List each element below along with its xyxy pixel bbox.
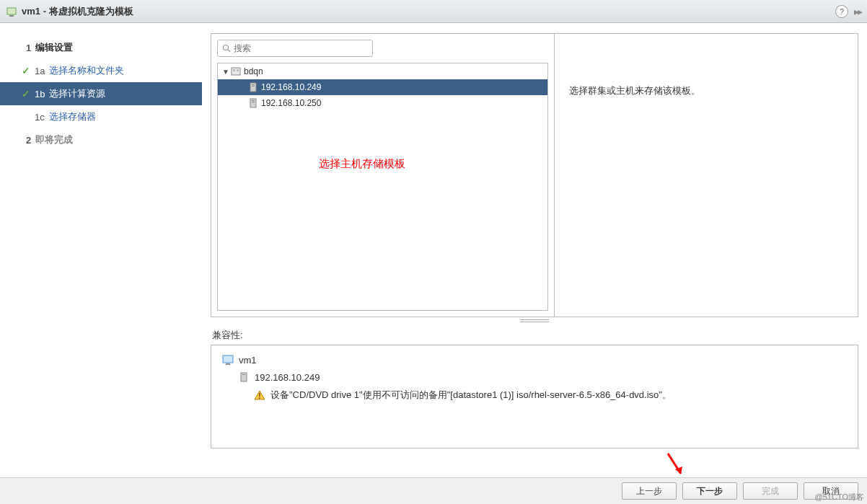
footer-buttons: 上一步 下一步 完成 取消: [0, 477, 867, 504]
svg-rect-9: [252, 86, 255, 87]
tree-host-1[interactable]: 192.168.10.249: [218, 79, 547, 95]
dialog-title: vm1 - 将虚拟机克隆为模板: [22, 5, 835, 18]
vm-icon: [6, 6, 17, 17]
svg-point-2: [224, 45, 229, 50]
compat-warning-row: ! 设备"CD/DVD drive 1"使用不可访问的备用"[datastore…: [221, 389, 848, 402]
wizard-step-1c[interactable]: 1c 选择存储器: [0, 105, 202, 128]
svg-rect-10: [250, 99, 256, 107]
compatibility-label: 兼容性:: [212, 329, 858, 342]
svg-rect-15: [241, 373, 247, 381]
content-area: ▼ bdqn 192.168.10.249: [202, 23, 867, 477]
svg-rect-12: [252, 102, 255, 102]
search-box: [211, 34, 554, 63]
datacenter-icon: [231, 66, 241, 76]
titlebar: vm1 - 将虚拟机克隆为模板 ? ▸▸: [0, 0, 867, 23]
disclosure-icon[interactable]: ▼: [222, 68, 231, 76]
back-button[interactable]: 上一步: [622, 482, 677, 500]
compat-host-name: 192.168.10.249: [255, 372, 320, 383]
host-icon: [248, 82, 258, 92]
search-input[interactable]: [234, 43, 368, 53]
svg-rect-11: [252, 100, 255, 101]
wizard-step-1a[interactable]: ✓ 1a 选择名称和文件夹: [0, 59, 202, 82]
resource-tree: ▼ bdqn 192.168.10.249: [217, 63, 548, 311]
compat-vm-row: vm1: [221, 354, 848, 366]
check-icon: ✓: [22, 88, 33, 100]
svg-rect-16: [242, 374, 245, 375]
svg-rect-1: [9, 15, 14, 17]
wizard-step-1b[interactable]: ✓ 1b 选择计算资源: [0, 82, 202, 105]
svg-rect-7: [250, 83, 256, 92]
tree-datacenter[interactable]: ▼ bdqn: [218, 63, 547, 79]
help-icon[interactable]: ?: [835, 5, 848, 18]
main-content: 1编辑设置 ✓ 1a 选择名称和文件夹 ✓ 1b 选择计算资源 1c 选择存储器…: [0, 23, 867, 477]
info-text: 选择群集或主机来存储该模板。: [569, 85, 700, 96]
wizard-step-1: 1编辑设置: [0, 36, 202, 59]
next-button[interactable]: 下一步: [682, 482, 737, 500]
tree-panel: ▼ bdqn 192.168.10.249: [211, 34, 555, 317]
host-icon: [237, 371, 250, 383]
wizard-step-2: 2 即将完成: [0, 128, 202, 151]
vm-icon: [221, 354, 234, 366]
svg-rect-13: [223, 355, 233, 363]
svg-text:!: !: [258, 392, 260, 400]
wizard-sidebar: 1编辑设置 ✓ 1a 选择名称和文件夹 ✓ 1b 选择计算资源 1c 选择存储器…: [0, 23, 202, 477]
compat-warning-text: 设备"CD/DVD drive 1"使用不可访问的备用"[datastore1 …: [270, 389, 672, 402]
compatibility-panel: vm1 192.168.10.249 ! 设备"CD/DVD drive 1"使…: [211, 345, 858, 448]
svg-rect-4: [232, 68, 240, 75]
annotation-text: 选择主机存储模板: [319, 157, 405, 171]
svg-rect-5: [233, 69, 235, 71]
info-panel: 选择群集或主机来存储该模板。: [555, 34, 858, 317]
watermark: @51CTO博客: [815, 492, 864, 503]
warning-icon: !: [253, 389, 266, 401]
svg-rect-14: [226, 363, 230, 365]
tree-host-2[interactable]: 192.168.10.250: [218, 95, 547, 111]
tree-label: 192.168.10.250: [261, 98, 321, 108]
host-icon: [248, 98, 258, 108]
tree-label: bdqn: [244, 66, 263, 76]
compat-vm-name: vm1: [239, 355, 257, 366]
expand-arrows-icon[interactable]: ▸▸: [854, 6, 861, 17]
search-input-wrap[interactable]: [217, 40, 373, 57]
splitter-handle[interactable]: [211, 317, 858, 324]
check-icon: ✓: [22, 65, 33, 76]
svg-rect-8: [252, 84, 255, 85]
resource-panel: ▼ bdqn 192.168.10.249: [211, 33, 858, 317]
compat-host-row: 192.168.10.249: [221, 371, 848, 383]
svg-rect-6: [237, 69, 239, 71]
search-icon: [222, 44, 231, 53]
finish-button: 完成: [743, 482, 798, 500]
tree-label: 192.168.10.249: [261, 82, 321, 92]
svg-rect-0: [7, 8, 16, 14]
svg-line-3: [228, 50, 230, 52]
